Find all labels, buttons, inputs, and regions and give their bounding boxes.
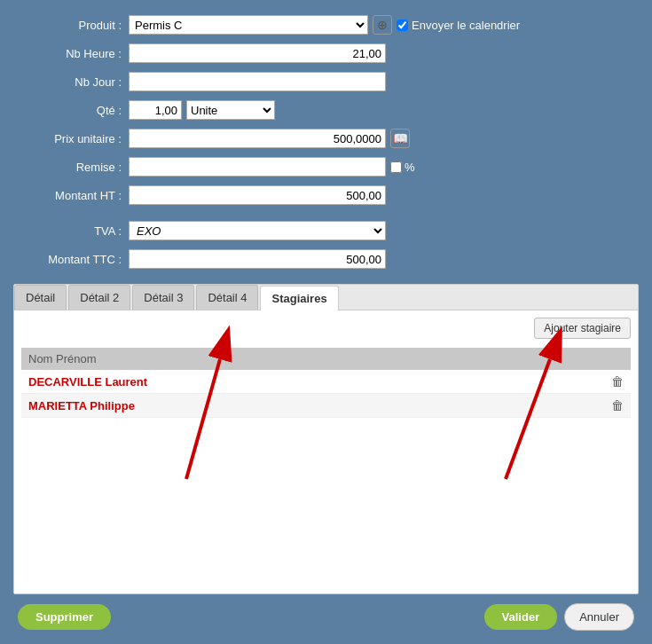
supprimer-button[interactable]: Supprimer: [18, 604, 111, 630]
stagiaire-name-2: MARIETTA Philippe: [21, 394, 604, 418]
nb-jour-input[interactable]: [129, 72, 386, 91]
table-header-action: [604, 348, 631, 370]
tab-detail3[interactable]: Détail 3: [132, 285, 194, 310]
tva-select[interactable]: EXO: [129, 221, 386, 240]
stagiaire-name-1: DECARVILLE Laurent: [21, 370, 604, 394]
montant-ht-label: Montant HT :: [13, 189, 129, 202]
qte-input[interactable]: [129, 100, 182, 120]
remise-input[interactable]: [129, 157, 386, 177]
produit-label: Produit :: [13, 19, 129, 32]
annuler-button[interactable]: Annuler: [564, 603, 634, 631]
pct-checkbox[interactable]: [390, 161, 402, 173]
tab-detail4[interactable]: Détail 4: [196, 285, 258, 310]
envoyer-calendrier-checkbox[interactable]: [397, 20, 408, 31]
stagiaires-table: Nom Prénom DECARVILLE Laurent 🗑 MARIETTA…: [21, 348, 631, 418]
montant-ttc-label: Montant TTC :: [13, 253, 129, 266]
unite-select[interactable]: Unite: [186, 100, 275, 120]
livre-icon-btn[interactable]: 📖: [390, 129, 410, 148]
zoom-icon-btn[interactable]: ⊕: [373, 15, 392, 35]
prix-unitaire-label: Prix unitaire :: [13, 132, 129, 145]
stagiaire-action-1: 🗑: [604, 370, 631, 394]
tabs-section: Détail Détail 2 Détail 3 Détail 4 Stagia…: [13, 284, 639, 594]
nb-heure-input[interactable]: [129, 43, 386, 63]
montant-ttc-input[interactable]: [129, 249, 386, 269]
table-header-nom: Nom Prénom: [21, 348, 604, 370]
delete-stagiaire-2-icon[interactable]: 🗑: [611, 398, 624, 412]
tab-toolbar: Ajouter stagiaire: [21, 318, 631, 339]
pct-label: %: [405, 161, 415, 174]
nb-heure-label: Nb Heure :: [13, 47, 129, 60]
nb-jour-label: Nb Jour :: [13, 75, 129, 89]
table-row: MARIETTA Philippe 🗑: [21, 394, 631, 418]
produit-select[interactable]: Permis C: [129, 15, 368, 35]
table-row: DECARVILLE Laurent 🗑: [21, 370, 631, 394]
bottom-bar: Supprimer Valider Annuler: [13, 594, 639, 635]
remise-label: Remise :: [13, 161, 129, 174]
valider-button[interactable]: Valider: [484, 604, 558, 630]
tab-detail[interactable]: Détail: [14, 285, 67, 310]
right-buttons: Valider Annuler: [484, 603, 634, 631]
tab-stagiaires-content: Ajouter stagiaire Nom Prénom DECARVILLE …: [14, 310, 638, 593]
ajouter-stagiaire-button[interactable]: Ajouter stagiaire: [534, 318, 631, 339]
prix-unitaire-input[interactable]: [129, 129, 386, 148]
tab-detail2[interactable]: Détail 2: [68, 285, 130, 310]
tabs-header: Détail Détail 2 Détail 3 Détail 4 Stagia…: [14, 285, 638, 310]
montant-ht-input[interactable]: [129, 185, 386, 205]
stagiaire-action-2: 🗑: [604, 394, 631, 418]
envoyer-calendrier-label[interactable]: Envoyer le calendrier: [397, 19, 520, 32]
tab-stagiaires[interactable]: Stagiaires: [260, 286, 338, 310]
delete-stagiaire-1-icon[interactable]: 🗑: [611, 374, 624, 389]
tva-label: TVA :: [13, 224, 129, 238]
qte-label: Qté :: [13, 104, 129, 117]
